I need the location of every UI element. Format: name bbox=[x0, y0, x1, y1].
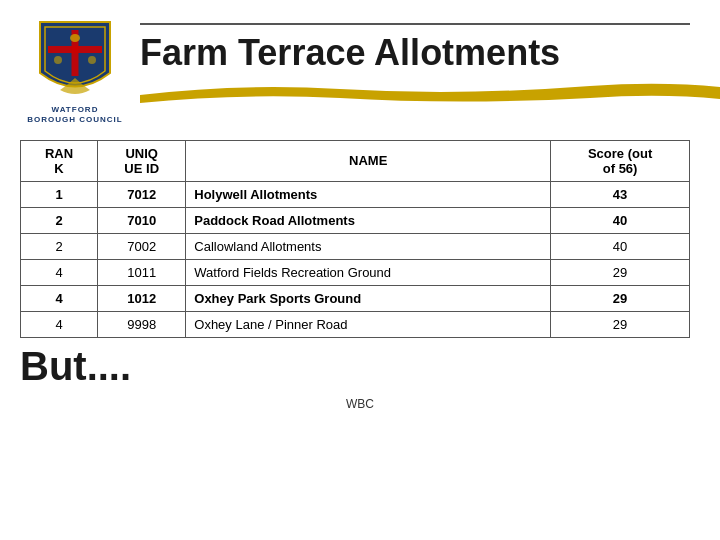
cell-name: Watford Fields Recreation Ground bbox=[186, 259, 551, 285]
cell-name: Callowland Allotments bbox=[186, 233, 551, 259]
table-row: 41012Oxhey Park Sports Ground29 bbox=[21, 285, 690, 311]
swoosh-banner bbox=[140, 81, 690, 103]
cell-score: 43 bbox=[551, 181, 690, 207]
content-area: RANK UNIQUE ID NAME Score (outof 56) 170… bbox=[0, 140, 720, 338]
cell-uid: 1012 bbox=[98, 285, 186, 311]
cell-rank: 1 bbox=[21, 181, 98, 207]
cell-rank: 2 bbox=[21, 207, 98, 233]
table-header-row: RANK UNIQUE ID NAME Score (outof 56) bbox=[21, 140, 690, 181]
cell-name: Oxhey Park Sports Ground bbox=[186, 285, 551, 311]
cell-name: Oxhey Lane / Pinner Road bbox=[186, 311, 551, 337]
logo-container: WATFORD BOROUGH COUNCIL bbox=[20, 18, 130, 126]
cell-score: 29 bbox=[551, 285, 690, 311]
footer-wbc: WBC bbox=[0, 397, 720, 411]
cell-rank: 4 bbox=[21, 259, 98, 285]
svg-rect-2 bbox=[48, 46, 102, 53]
cell-score: 29 bbox=[551, 311, 690, 337]
cell-score: 40 bbox=[551, 233, 690, 259]
cell-uid: 7010 bbox=[98, 207, 186, 233]
cell-uid: 7012 bbox=[98, 181, 186, 207]
table-row: 49998Oxhey Lane / Pinner Road29 bbox=[21, 311, 690, 337]
header: WATFORD BOROUGH COUNCIL Farm Terrace All… bbox=[0, 0, 720, 126]
page-title: Farm Terrace Allotments bbox=[140, 33, 690, 73]
table-row: 17012Holywell Allotments43 bbox=[21, 181, 690, 207]
logo-text: WATFORD BOROUGH COUNCIL bbox=[27, 105, 122, 126]
svg-point-5 bbox=[88, 56, 96, 64]
table-row: 27010Paddock Road Allotments40 bbox=[21, 207, 690, 233]
title-divider bbox=[140, 23, 690, 25]
watford-logo bbox=[36, 18, 114, 103]
cell-uid: 7002 bbox=[98, 233, 186, 259]
cell-rank: 4 bbox=[21, 285, 98, 311]
col-header-name: NAME bbox=[186, 140, 551, 181]
cell-uid: 1011 bbox=[98, 259, 186, 285]
col-header-rank: RANK bbox=[21, 140, 98, 181]
col-header-score: Score (outof 56) bbox=[551, 140, 690, 181]
cell-score: 40 bbox=[551, 207, 690, 233]
cell-score: 29 bbox=[551, 259, 690, 285]
cell-rank: 2 bbox=[21, 233, 98, 259]
table-row: 41011Watford Fields Recreation Ground29 bbox=[21, 259, 690, 285]
cell-uid: 9998 bbox=[98, 311, 186, 337]
title-area: Farm Terrace Allotments bbox=[130, 18, 690, 103]
col-header-uid: UNIQUE ID bbox=[98, 140, 186, 181]
but-label: But.... bbox=[0, 338, 720, 389]
cell-rank: 4 bbox=[21, 311, 98, 337]
svg-point-3 bbox=[70, 34, 80, 42]
cell-name: Paddock Road Allotments bbox=[186, 207, 551, 233]
table-row: 27002Callowland Allotments40 bbox=[21, 233, 690, 259]
cell-name: Holywell Allotments bbox=[186, 181, 551, 207]
rankings-table: RANK UNIQUE ID NAME Score (outof 56) 170… bbox=[20, 140, 690, 338]
svg-point-4 bbox=[54, 56, 62, 64]
